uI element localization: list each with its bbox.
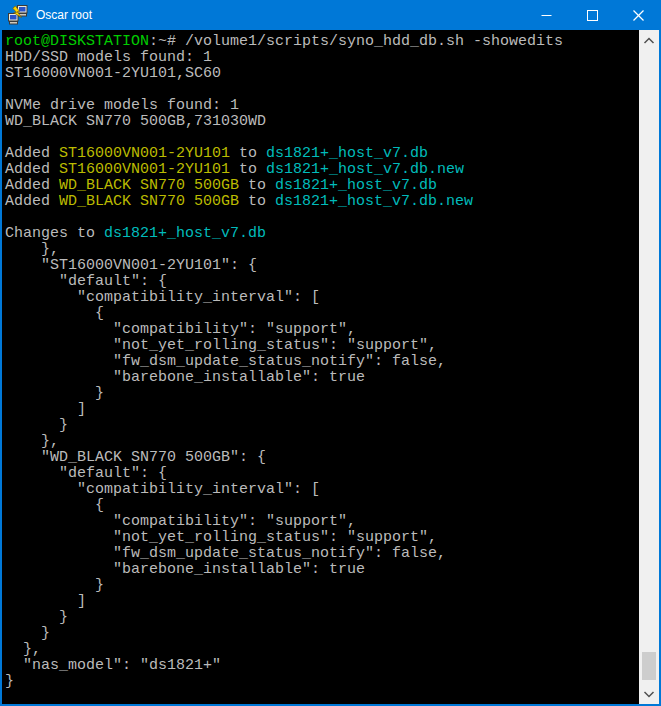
terminal-line: Added ST16000VN001-2YU101 to ds1821+_hos… bbox=[5, 162, 639, 178]
terminal-line: root@DISKSTATION:~# /volume1/scripts/syn… bbox=[5, 34, 639, 50]
terminal-line: "fw_dsm_update_status_notify": false, bbox=[5, 354, 639, 370]
window-title: Oscar root bbox=[36, 8, 92, 22]
terminal-line: Added WD_BLACK SN770 500GB to ds1821+_ho… bbox=[5, 178, 639, 194]
terminal-line: "not_yet_rolling_status": "support", bbox=[5, 338, 639, 354]
scrollbar-thumb[interactable] bbox=[642, 652, 656, 680]
terminal-line: "ST16000VN001-2YU101": { bbox=[5, 258, 639, 274]
terminal-line: } bbox=[5, 674, 639, 690]
titlebar[interactable]: Oscar root bbox=[0, 0, 661, 30]
scroll-up-button[interactable] bbox=[639, 32, 659, 49]
terminal-line: "WD_BLACK SN770 500GB": { bbox=[5, 450, 639, 466]
terminal-line: WD_BLACK SN770 500GB,731030WD bbox=[5, 114, 639, 130]
terminal-line: Changes to ds1821+_host_v7.db bbox=[5, 226, 639, 242]
putty-window: Oscar root root@DISKSTATION:~# /volume1/… bbox=[0, 0, 661, 706]
terminal-line: } bbox=[5, 626, 639, 642]
terminal-line: "fw_dsm_update_status_notify": false, bbox=[5, 546, 639, 562]
terminal-line: "not_yet_rolling_status": "support", bbox=[5, 530, 639, 546]
terminal-line: ] bbox=[5, 402, 639, 418]
terminal-line: Added ST16000VN001-2YU101 to ds1821+_hos… bbox=[5, 146, 639, 162]
minimize-icon bbox=[541, 10, 552, 21]
terminal-line: ] bbox=[5, 594, 639, 610]
close-icon bbox=[633, 10, 644, 21]
chevron-down-icon bbox=[643, 690, 655, 698]
terminal-line: "compatibility": "support", bbox=[5, 322, 639, 338]
terminal-line: ST16000VN001-2YU101,SC60 bbox=[5, 66, 639, 82]
minimize-button[interactable] bbox=[523, 0, 569, 30]
scroll-down-button[interactable] bbox=[639, 685, 659, 702]
terminal-line: }, bbox=[5, 434, 639, 450]
maximize-icon bbox=[587, 10, 598, 21]
window-controls bbox=[523, 0, 661, 30]
terminal-line: "barebone_installable": true bbox=[5, 562, 639, 578]
terminal-line bbox=[5, 82, 639, 98]
terminal-line: }, bbox=[5, 642, 639, 658]
terminal-line: } bbox=[5, 610, 639, 626]
terminal-line: "barebone_installable": true bbox=[5, 370, 639, 386]
terminal-line: "nas_model": "ds1821+" bbox=[5, 658, 639, 674]
terminal-line: { bbox=[5, 306, 639, 322]
chevron-up-icon bbox=[643, 37, 655, 45]
terminal-line bbox=[5, 210, 639, 226]
terminal-line: } bbox=[5, 578, 639, 594]
terminal-line: } bbox=[5, 386, 639, 402]
terminal-line: "compatibility_interval": [ bbox=[5, 482, 639, 498]
terminal-line: Added WD_BLACK SN770 500GB to ds1821+_ho… bbox=[5, 194, 639, 210]
terminal-output[interactable]: root@DISKSTATION:~# /volume1/scripts/syn… bbox=[2, 30, 639, 704]
terminal-line: "compatibility_interval": [ bbox=[5, 290, 639, 306]
terminal-line bbox=[5, 130, 639, 146]
terminal-line: "default": { bbox=[5, 466, 639, 482]
maximize-button[interactable] bbox=[569, 0, 615, 30]
close-button[interactable] bbox=[615, 0, 661, 30]
window-body: root@DISKSTATION:~# /volume1/scripts/syn… bbox=[2, 30, 659, 704]
terminal-line: { bbox=[5, 498, 639, 514]
scrollbar[interactable] bbox=[639, 30, 659, 704]
terminal-line: "compatibility": "support", bbox=[5, 514, 639, 530]
terminal-line: NVMe drive models found: 1 bbox=[5, 98, 639, 114]
terminal-line: "default": { bbox=[5, 274, 639, 290]
putty-app-icon[interactable] bbox=[8, 5, 28, 25]
terminal-line: } bbox=[5, 418, 639, 434]
terminal-line: }, bbox=[5, 242, 639, 258]
terminal-line: HDD/SSD models found: 1 bbox=[5, 50, 639, 66]
